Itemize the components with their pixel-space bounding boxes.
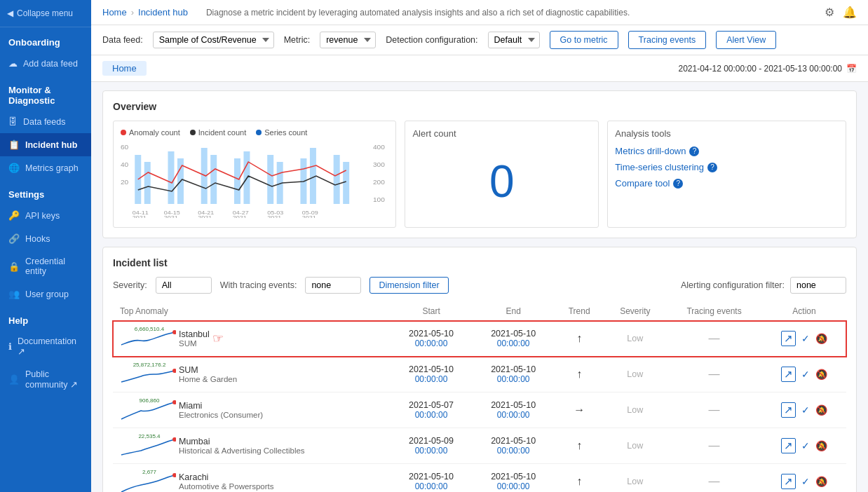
- start-time-link[interactable]: 00:00:00: [398, 410, 466, 420]
- time-series-clustering-label: Time-series clustering: [615, 162, 704, 172]
- data-feed-select[interactable]: Sample of Cost/Revenue: [153, 32, 274, 48]
- nav-incident-hub-link[interactable]: Incident hub: [138, 7, 188, 18]
- metric-select[interactable]: revenue: [320, 32, 376, 48]
- start-time-link[interactable]: 00:00:00: [398, 446, 466, 456]
- start-cell: 2021-05-1000:00:00: [391, 357, 473, 392]
- mute-button[interactable]: 🔕: [815, 369, 827, 380]
- dimension-filter-button[interactable]: Dimension filter: [369, 277, 448, 294]
- svg-point-35: [172, 369, 176, 373]
- severity-label: Severity:: [113, 280, 147, 290]
- svg-text:300: 300: [373, 161, 385, 168]
- sidebar-item-label: Hooks: [25, 234, 50, 244]
- breadcrumb-home-button[interactable]: Home: [102, 61, 147, 76]
- sidebar-item-add-data-feed[interactable]: ☁ Add data feed: [0, 52, 91, 75]
- start-time-link[interactable]: 00:00:00: [398, 339, 466, 348]
- severity-select[interactable]: All High Medium Low: [156, 277, 212, 294]
- table-row[interactable]: 25,872,176.2SUMHome & Garden2021-05-1000…: [113, 357, 846, 392]
- table-row[interactable]: 6,660,510.4IstanbulSUM☞2021-05-1000:00:0…: [113, 321, 846, 357]
- mini-chart-cell: 22,535.4MumbaiHistorical & Advertising C…: [113, 428, 391, 464]
- svg-point-33: [172, 330, 176, 334]
- sidebar-item-api-keys[interactable]: 🔑 API keys: [0, 204, 91, 227]
- compare-tool-link[interactable]: Compare tool ?: [615, 178, 839, 189]
- svg-point-41: [172, 473, 176, 477]
- sidebar-item-community[interactable]: 👤 Public community ↗: [0, 363, 91, 396]
- notification-icon[interactable]: 🔔: [843, 6, 857, 19]
- acknowledge-button[interactable]: ✓: [801, 369, 810, 380]
- end-time-link[interactable]: 00:00:00: [480, 481, 548, 491]
- trend-cell: →: [555, 392, 604, 428]
- nav-home-link[interactable]: Home: [102, 7, 127, 18]
- page-description: Diagnose a metric incident by leveraging…: [206, 8, 630, 18]
- start-time-link[interactable]: 00:00:00: [398, 374, 466, 384]
- compare-tool-label: Compare tool: [615, 178, 670, 189]
- svg-text:2021: 2021: [233, 214, 247, 218]
- svg-text:40: 40: [121, 161, 128, 168]
- alert-count-value: 0: [412, 143, 591, 220]
- sidebar-item-data-feeds[interactable]: 🗄 Data feeds: [0, 110, 91, 133]
- cursor-indicator: ☞: [212, 331, 224, 346]
- settings-icon[interactable]: ⚙: [825, 6, 834, 19]
- detection-config-select[interactable]: Default: [488, 32, 540, 48]
- sidebar-item-user-group[interactable]: 👥 User group: [0, 282, 91, 306]
- diagnose-button[interactable]: ↗: [781, 438, 796, 453]
- acknowledge-button[interactable]: ✓: [801, 333, 810, 344]
- acknowledge-button[interactable]: ✓: [801, 476, 810, 487]
- mute-button[interactable]: 🔕: [815, 476, 827, 487]
- filter-bar: Severity: All High Medium Low With traci…: [113, 277, 846, 294]
- go-to-metric-button[interactable]: Go to metric: [550, 31, 618, 49]
- end-time-link[interactable]: 00:00:00: [480, 410, 548, 420]
- end-time-link[interactable]: 00:00:00: [480, 446, 548, 456]
- collapse-menu-button[interactable]: ◀ Collapse menu: [0, 0, 91, 27]
- sparkline-chart: 2,677: [120, 468, 176, 492]
- diagnose-button[interactable]: ↗: [781, 474, 796, 489]
- anomaly-location: Karachi: [179, 472, 274, 482]
- trend-cell: ↑: [555, 357, 604, 392]
- calendar-icon[interactable]: 📅: [846, 64, 857, 74]
- acknowledge-button[interactable]: ✓: [801, 440, 810, 451]
- svg-rect-13: [234, 158, 240, 204]
- table-row[interactable]: 22,535.4MumbaiHistorical & Advertising C…: [113, 428, 846, 464]
- svg-text:20: 20: [121, 179, 128, 186]
- diagnose-button[interactable]: ↗: [781, 402, 796, 418]
- start-time-link[interactable]: 00:00:00: [398, 481, 466, 491]
- diagnose-button[interactable]: ↗: [781, 331, 796, 346]
- mute-button[interactable]: 🔕: [815, 404, 827, 416]
- svg-text:25,872,176.2: 25,872,176.2: [133, 362, 166, 368]
- alert-view-button[interactable]: Alert View: [716, 31, 776, 49]
- anomaly-location: Istanbul: [179, 329, 210, 339]
- alert-config-select[interactable]: none all: [790, 277, 846, 294]
- svg-text:2021: 2021: [267, 214, 281, 218]
- time-series-clustering-help[interactable]: ?: [707, 163, 717, 172]
- compare-tool-help[interactable]: ?: [673, 179, 683, 189]
- time-series-clustering-link[interactable]: Time-series clustering ?: [615, 162, 839, 172]
- col-severity: Severity: [604, 302, 666, 321]
- database-icon: 🗄: [8, 116, 18, 127]
- metrics-drilldown-link[interactable]: Metrics drill-down ?: [615, 146, 839, 156]
- metrics-drilldown-help[interactable]: ?: [689, 146, 699, 156]
- diagnose-button[interactable]: ↗: [781, 367, 796, 382]
- sidebar-item-incident-hub[interactable]: 📋 Incident hub: [0, 133, 91, 156]
- action-icons: ↗✓🔕: [769, 402, 839, 418]
- sidebar-item-hooks[interactable]: 🔗 Hooks: [0, 227, 91, 250]
- tracing-events-button[interactable]: Tracing events: [628, 31, 707, 49]
- chart-legend: Anomaly count Incident count Series coun…: [121, 128, 388, 137]
- incident-icon: 📋: [8, 139, 20, 150]
- content-breadcrumb-bar: Home 2021-04-12 00:00:00 - 2021-05-13 00…: [91, 55, 868, 82]
- sidebar-item-documentation[interactable]: ℹ Documentation ↗: [0, 330, 91, 363]
- acknowledge-button[interactable]: ✓: [801, 404, 810, 416]
- start-cell: 2021-05-0700:00:00: [391, 392, 473, 428]
- sidebar-item-metrics-graph[interactable]: 🌐 Metrics graph: [0, 156, 91, 179]
- sidebar-item-credential-entity[interactable]: 🔒 Credential entity: [0, 250, 91, 282]
- lock-icon: 🔒: [8, 261, 20, 272]
- svg-rect-20: [343, 162, 349, 204]
- mini-chart-cell: 25,872,176.2SUMHome & Garden: [113, 357, 391, 392]
- end-time-link[interactable]: 00:00:00: [480, 374, 548, 384]
- action-cell: ↗✓🔕: [762, 392, 846, 428]
- anomaly-location: SUM: [179, 365, 237, 375]
- tracing-events-select[interactable]: none all: [305, 277, 361, 294]
- mute-button[interactable]: 🔕: [815, 440, 827, 451]
- table-row[interactable]: 2,677KarachiAutomotive & Powersports2021…: [113, 464, 846, 493]
- mute-button[interactable]: 🔕: [815, 333, 827, 344]
- end-time-link[interactable]: 00:00:00: [480, 339, 548, 348]
- table-row[interactable]: 906,860MiamiElectronics (Consumer)2021-0…: [113, 392, 846, 428]
